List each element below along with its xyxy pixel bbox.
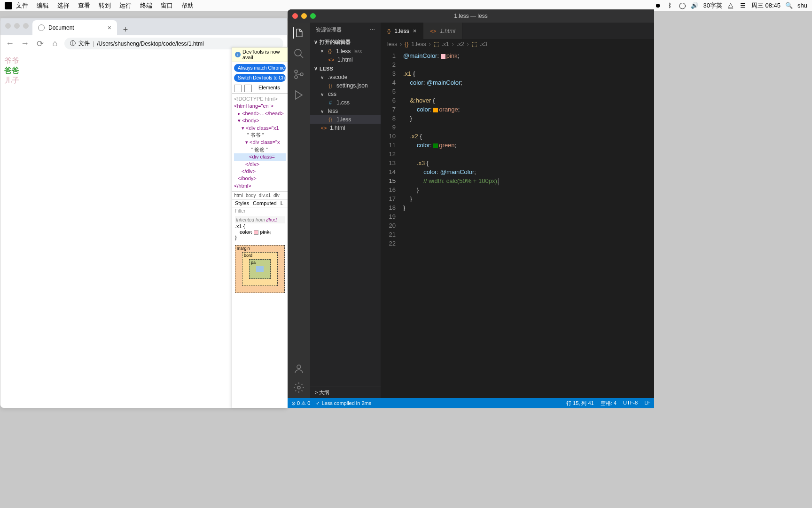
file-settings[interactable]: {}settings.json <box>310 81 381 90</box>
editor-tab-html[interactable]: <> 1.html <box>423 23 462 39</box>
svg-point-0 <box>295 49 301 56</box>
dom-body: ▾ <body> <box>234 117 286 124</box>
sidebar-header: 资源管理器 ⋯ <box>310 23 381 37</box>
svg-point-3 <box>300 73 303 76</box>
settings-icon[interactable] <box>293 382 304 393</box>
chip-match-chrome[interactable]: Always match Chrome's <box>234 64 286 72</box>
menu-edit[interactable]: 编辑 <box>37 1 49 10</box>
editor-tab-less[interactable]: {} 1.less × <box>381 23 423 39</box>
clock[interactable]: 周三 08:45 <box>751 1 781 10</box>
search-icon[interactable]: 🔍 <box>785 2 793 9</box>
editor-breadcrumb[interactable]: less› {}1.less› ⬚.x1› .x2› ⬚.x3 <box>381 39 654 49</box>
devtools-toolbar: Elements <box>232 84 288 94</box>
minimize-icon[interactable] <box>301 13 307 19</box>
svg-point-2 <box>295 76 297 79</box>
status-compile[interactable]: ✓ Less compiled in 2ms <box>316 400 371 406</box>
back-button[interactable]: ← <box>4 38 16 49</box>
tab-title: Document <box>48 24 74 31</box>
traffic-close-icon[interactable] <box>5 23 11 29</box>
maximize-icon[interactable] <box>310 13 316 19</box>
rule-selector: .x1 { <box>235 223 285 229</box>
browser-tabbar: Document × + <box>0 18 287 35</box>
code-editor[interactable]: 1@mainColor: pink; 2 3.x1 { 4 color: @ma… <box>381 49 654 398</box>
close-editor-icon[interactable]: × <box>320 48 324 55</box>
folder-section[interactable]: ∨LESS <box>310 64 381 73</box>
html-file-icon: <> <box>328 56 335 63</box>
file-css[interactable]: #1.css <box>310 98 381 107</box>
explorer-icon[interactable] <box>293 27 304 39</box>
bluetooth-icon[interactable]: ᛒ <box>666 2 674 9</box>
rule-close: } <box>235 235 285 240</box>
browser-tab[interactable]: Document × <box>32 20 117 35</box>
more-icon[interactable]: ⋯ <box>370 27 375 33</box>
tab-styles[interactable]: Styles <box>235 200 249 206</box>
dom-breadcrumb[interactable]: html body div.x1 div <box>232 191 288 199</box>
wifi-icon[interactable]: ⧋ <box>727 2 734 9</box>
tab-layout[interactable]: L <box>281 200 283 206</box>
open-editors-section[interactable]: ∨打开的编辑器 <box>310 37 381 47</box>
menu-run[interactable]: 运行 <box>119 1 132 10</box>
chip-switch-lang[interactable]: Switch DevTools to Chin <box>234 74 286 82</box>
tab-close-icon[interactable]: × <box>413 27 417 34</box>
less-file-icon: {} <box>327 116 334 123</box>
folder-less[interactable]: ∨less <box>310 107 381 115</box>
menu-terminal[interactable]: 终端 <box>140 1 152 10</box>
outline-section[interactable]: > 大纲 <box>310 387 381 398</box>
search-icon[interactable] <box>293 48 304 59</box>
menu-view[interactable]: 查看 <box>78 1 90 10</box>
styles-filter[interactable]: Filter <box>232 207 288 214</box>
forward-button[interactable]: → <box>19 38 31 49</box>
menu-file[interactable]: 文件 <box>16 1 28 10</box>
file-html[interactable]: <>1.html <box>310 124 381 132</box>
open-editor-item[interactable]: <> 1.html <box>310 56 381 64</box>
tab-close-icon[interactable]: × <box>108 24 111 32</box>
devtools-banner: i DevTools is now avail <box>232 48 288 62</box>
url-prefix: 文件 <box>78 40 90 48</box>
sync-icon[interactable]: ◯ <box>679 2 686 9</box>
account-icon[interactable] <box>293 363 304 374</box>
user-label[interactable]: shu <box>797 2 807 9</box>
editor-tabs: {} 1.less × <> 1.html <box>381 23 654 39</box>
status-eol[interactable]: LF <box>644 400 650 407</box>
home-button[interactable]: ⌂ <box>49 38 61 49</box>
debug-icon[interactable] <box>293 89 304 101</box>
menu-help[interactable]: 帮助 <box>181 1 194 10</box>
dom-html-close: </html> <box>234 183 286 190</box>
activity-bar <box>288 23 310 398</box>
source-control-icon[interactable] <box>293 69 304 80</box>
close-icon[interactable] <box>292 13 298 19</box>
device-icon[interactable] <box>244 85 252 92</box>
control-center-icon[interactable]: ☰ <box>739 2 747 9</box>
status-spaces[interactable]: 空格: 4 <box>601 400 617 407</box>
dom-tree[interactable]: <!DOCTYPE html> <html lang="en"> ▸ <head… <box>232 94 288 191</box>
menu-goto[interactable]: 转到 <box>99 1 111 10</box>
info-icon: ⓘ <box>70 40 76 48</box>
vscode-titlebar: 1.less — less <box>288 9 654 23</box>
folder-vscode[interactable]: ∨.vscode <box>310 73 381 81</box>
new-tab-button[interactable]: + <box>120 24 131 35</box>
menu-window[interactable]: 窗口 <box>161 1 173 10</box>
status-position[interactable]: 行 15, 列 41 <box>566 400 594 407</box>
apple-logo-icon[interactable] <box>5 2 12 9</box>
editor-area: {} 1.less × <> 1.html less› {}1.less› ⬚.… <box>381 23 654 398</box>
ime-label[interactable]: 30字英 <box>703 1 722 10</box>
folder-css[interactable]: ∨css <box>310 90 381 98</box>
status-encoding[interactable]: UTF-8 <box>623 400 638 407</box>
dom-div-x2: ▾ <div class="x <box>234 139 286 146</box>
elements-tab[interactable]: Elements <box>258 85 280 92</box>
volume-icon[interactable]: 🔊 <box>691 2 698 9</box>
traffic-min-icon[interactable] <box>14 23 20 29</box>
screen-record-icon[interactable]: ⏺ <box>654 2 662 9</box>
file-less[interactable]: {}1.less <box>310 115 381 124</box>
traffic-max-icon[interactable] <box>23 23 29 29</box>
dom-text-baba: " 爸爸 " <box>234 146 286 153</box>
open-editor-item[interactable]: × {} 1.less less <box>310 47 381 56</box>
menu-select[interactable]: 选择 <box>57 1 70 10</box>
dom-div-selected: <div class= <box>234 153 286 160</box>
rule-inherit: Inherited from div.x1 <box>235 216 285 223</box>
status-errors[interactable]: ⊘ 0 ⚠ 0 <box>291 400 310 406</box>
inspect-icon[interactable] <box>234 85 242 92</box>
reload-button[interactable]: ⟳ <box>34 38 46 49</box>
tab-computed[interactable]: Computed <box>253 200 277 206</box>
html-file-icon: <> <box>430 28 436 34</box>
